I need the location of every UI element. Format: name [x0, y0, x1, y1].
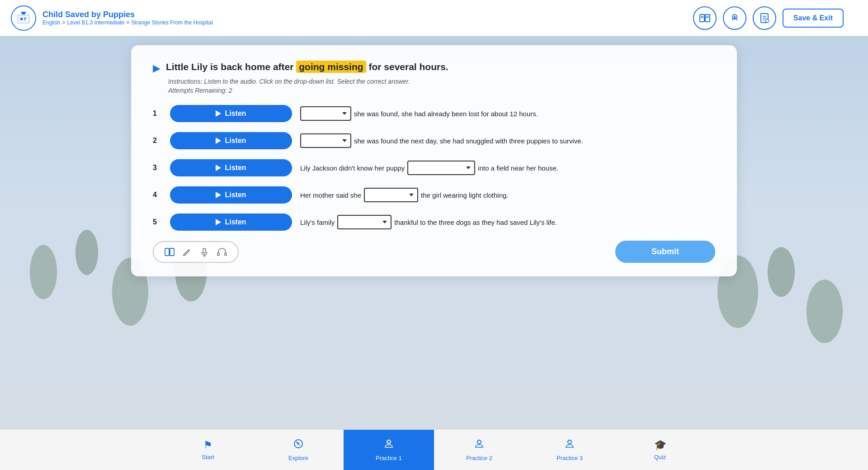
- headline-before: Little Lily is back home after: [166, 62, 293, 72]
- headline-arrow: ▶: [153, 62, 160, 74]
- headline-after: for several hours.: [368, 62, 448, 72]
- svg-rect-4: [24, 19, 26, 20]
- dropdown-1[interactable]: When Before After By the time: [300, 106, 351, 121]
- document-icon-btn[interactable]: i: [753, 6, 776, 30]
- app-title: Child Saved by Puppies: [42, 10, 213, 19]
- breadcrumb-sep1: >: [62, 19, 65, 26]
- bottom-nav: ⚑ Start Explore Practice 1: [0, 429, 868, 470]
- headline-row: ▶ Little Lily is back home after going m…: [153, 62, 715, 74]
- nav-tab-quiz[interactable]: 🎓 Quiz: [615, 430, 705, 470]
- highlight-phrase: going missing: [296, 61, 366, 73]
- practice2-nav-label: Practice 2: [466, 455, 492, 461]
- instructions-text: Instructions: Listen to the audio. Click…: [168, 78, 715, 85]
- headphones-tool-button[interactable]: [213, 246, 231, 258]
- book-tool-button[interactable]: [161, 246, 178, 258]
- svg-rect-2: [20, 18, 23, 20]
- title-area: Child Saved by Puppies English > Level B…: [42, 10, 213, 26]
- play-icon-5: [216, 219, 221, 225]
- tool-icons: [153, 241, 239, 263]
- listen-button-3[interactable]: Listen: [170, 159, 292, 176]
- dropdown-2[interactable]: When Before After By the time: [300, 133, 351, 148]
- q2-text-after: she was found the next day, she had snug…: [354, 137, 583, 145]
- svg-rect-8: [705, 14, 710, 22]
- mic-tool-button[interactable]: [196, 246, 212, 258]
- question-number-5: 5: [153, 218, 162, 226]
- listen-button-4[interactable]: Listen: [170, 186, 292, 204]
- svg-point-31: [298, 443, 299, 445]
- q5-text-after: thankful to the three dogs as they had s…: [394, 218, 557, 226]
- question-text-3: Lily Jackson didn't know her puppy had w…: [300, 161, 558, 175]
- question-text-5: Lily's family was is were are thankful t…: [300, 215, 557, 229]
- explore-nav-label: Explore: [288, 455, 308, 461]
- svg-rect-28: [217, 253, 219, 256]
- question-text-4: Her mother said she found had found was …: [300, 188, 509, 202]
- question-row-1: 1 Listen When Before After By the time s…: [153, 105, 715, 122]
- practice1-nav-icon: [383, 438, 394, 452]
- quiz-nav-label: Quiz: [654, 454, 666, 461]
- question-text-2: When Before After By the time she was fo…: [300, 133, 583, 148]
- pencil-tool-button[interactable]: [179, 246, 195, 258]
- dropdown-3[interactable]: had wandered was wandering wandered has …: [407, 161, 475, 175]
- practice2-icon-svg: [474, 438, 485, 449]
- start-nav-label: Start: [202, 454, 214, 461]
- play-icon-1: [216, 110, 221, 117]
- listen-label-2: Listen: [225, 137, 246, 145]
- svg-rect-22: [165, 248, 169, 256]
- submit-button[interactable]: Submit: [615, 241, 715, 263]
- question-row-5: 5 Listen Lily's family was is were are t…: [153, 214, 715, 231]
- listen-label-3: Listen: [225, 164, 246, 172]
- listen-button-5[interactable]: Listen: [170, 214, 292, 231]
- card-bottom: Submit: [153, 241, 715, 263]
- breadcrumb-english[interactable]: English: [42, 19, 60, 26]
- pencil-tool-icon: [183, 247, 192, 256]
- question-row-3: 3 Listen Lily Jackson didn't know her pu…: [153, 159, 715, 176]
- book-tool-icon: [165, 247, 175, 256]
- q5-text-before: Lily's family: [300, 218, 335, 226]
- question-text-1: When Before After By the time she was fo…: [300, 106, 538, 121]
- main-area: ▶ Little Lily is back home after going m…: [0, 36, 868, 429]
- listen-button-1[interactable]: Listen: [170, 105, 292, 122]
- q4-text-after: the girl wearing light clothing.: [421, 191, 508, 199]
- question-row-4: 4 Listen Her mother said she found had f…: [153, 186, 715, 204]
- svg-point-33: [477, 440, 481, 444]
- logo-icon: [11, 5, 36, 31]
- nav-tab-practice2[interactable]: Practice 2: [434, 430, 524, 470]
- breadcrumb-level[interactable]: Level B1.3 Intermediate: [67, 19, 124, 26]
- nav-tab-explore[interactable]: Explore: [253, 430, 344, 470]
- q3-text-before: Lily Jackson didn't know her puppy: [300, 164, 405, 172]
- touch-icon-btn[interactable]: [723, 6, 746, 30]
- headline-text: Little Lily is back home after going mis…: [166, 62, 448, 72]
- nav-tab-practice3[interactable]: Practice 3: [524, 430, 615, 470]
- play-icon-4: [216, 192, 221, 198]
- save-exit-button[interactable]: Save & Exit: [783, 9, 844, 28]
- question-number-1: 1: [153, 109, 162, 118]
- dropdown-5[interactable]: was is were are: [337, 215, 392, 229]
- breadcrumb-sep2: >: [126, 19, 129, 26]
- q3-text-after: into a field near her house.: [478, 164, 558, 172]
- reading-icon-btn[interactable]: [693, 6, 717, 30]
- svg-rect-23: [170, 248, 174, 256]
- svg-point-34: [568, 440, 571, 444]
- breadcrumb-story[interactable]: Strange Stories From the Hospital: [131, 19, 213, 26]
- listen-label-5: Listen: [225, 218, 246, 226]
- q4-text-before: Her mother said she: [300, 191, 361, 199]
- play-icon-2: [216, 138, 221, 144]
- header-icons: i Save & Exit: [693, 6, 844, 30]
- listen-button-2[interactable]: Listen: [170, 132, 292, 149]
- practice3-nav-label: Practice 3: [557, 455, 583, 461]
- document-icon: i: [759, 12, 770, 24]
- listen-label-4: Listen: [225, 191, 246, 199]
- play-icon-3: [216, 165, 221, 171]
- svg-point-15: [734, 16, 736, 18]
- start-nav-icon: ⚑: [203, 439, 212, 451]
- svg-rect-3: [24, 18, 27, 19]
- practice3-icon-svg: [564, 438, 575, 449]
- svg-rect-7: [700, 14, 704, 22]
- dropdown-4[interactable]: found had found was finding finds: [364, 188, 418, 202]
- listen-label-1: Listen: [225, 109, 246, 118]
- nav-tab-practice1[interactable]: Practice 1: [344, 430, 434, 470]
- svg-text:i: i: [766, 20, 766, 23]
- question-number-2: 2: [153, 137, 162, 145]
- content-card: ▶ Little Lily is back home after going m…: [131, 45, 737, 276]
- nav-tab-start[interactable]: ⚑ Start: [163, 430, 253, 470]
